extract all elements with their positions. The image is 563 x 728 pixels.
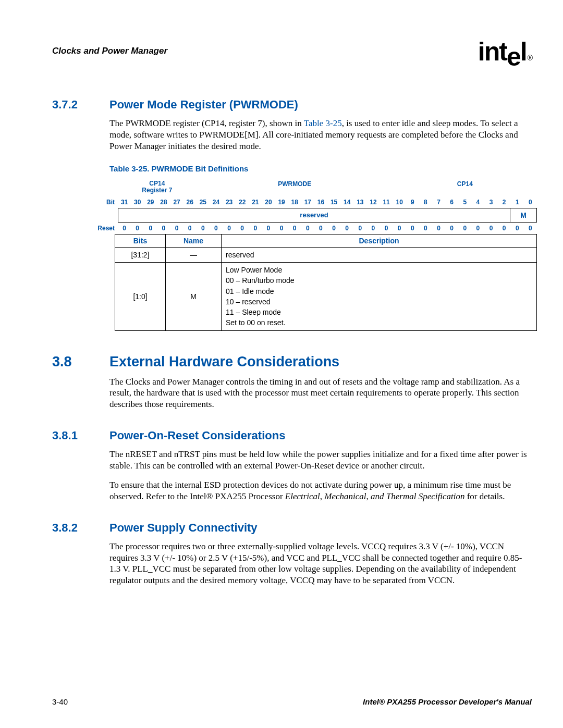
bit-number: 29 — [144, 199, 157, 206]
bit-row-label: Bit — [89, 199, 118, 206]
paragraph: The Clocks and Power Manager controls th… — [109, 376, 532, 410]
reset-value: 0 — [393, 225, 406, 232]
bit-number: 2 — [498, 199, 511, 206]
reset-value: 0 — [118, 225, 131, 232]
registered-mark: ® — [528, 54, 532, 62]
bit-number: 12 — [366, 199, 380, 206]
bit-number: 10 — [393, 199, 406, 206]
bit-number: 5 — [458, 199, 471, 206]
heading-number: 3.7.2 — [52, 98, 109, 112]
cell-name: M — [166, 262, 222, 330]
reg-top-right: CP14 — [393, 180, 537, 194]
reset-value: 0 — [262, 225, 275, 232]
col-name: Name — [166, 234, 222, 247]
col-desc: Description — [222, 234, 537, 247]
bit-number: 3 — [485, 199, 498, 206]
page-header: Clocks and Power Manager intel® — [52, 43, 532, 73]
reset-value: 0 — [445, 225, 458, 232]
heading-3-8-2: 3.8.2 Power Supply Connectivity — [52, 521, 532, 535]
reset-value: 0 — [353, 225, 366, 232]
reset-value: 0 — [340, 225, 353, 232]
bit-description-table: Bits Name Description [31:2]—reserved[1:… — [115, 234, 537, 331]
register-reset-row: Reset 00000000000000000000000000000000 — [89, 225, 537, 232]
bit-number: 16 — [314, 199, 327, 206]
bit-number: 26 — [183, 199, 197, 206]
heading-title: Power Supply Connectivity — [109, 521, 258, 535]
reset-value: 0 — [419, 225, 432, 232]
reset-value: 0 — [275, 225, 288, 232]
bit-number: 1 — [511, 199, 524, 206]
doc-title-italic: Electrical, Mechanical, and Thermal Spec… — [285, 491, 465, 501]
bit-number: 23 — [223, 199, 236, 206]
heading-title: Power-On-Reset Considerations — [109, 429, 285, 442]
link-table-3-25[interactable]: Table 3-25 — [304, 118, 342, 128]
bit-number: 6 — [445, 199, 458, 206]
register-diagram: CP14 Register 7 PWRMODE CP14 Bit 3130292… — [89, 180, 537, 231]
cell-desc: Low Power Mode00 – Run/turbo mode01 – Id… — [222, 262, 537, 330]
table-caption: Table 3-25. PWRMODE Bit Definitions — [109, 164, 532, 173]
heading-title: Power Mode Register (PWRMODE) — [109, 98, 298, 112]
reset-value: 0 — [301, 225, 314, 232]
bit-number: 31 — [118, 199, 131, 206]
bit-number: 11 — [380, 199, 393, 206]
register-header-row: CP14 Register 7 PWRMODE CP14 — [89, 180, 537, 194]
bit-number: 17 — [301, 199, 314, 206]
bit-number: 25 — [197, 199, 210, 206]
paragraph: The processor requires two or three exte… — [109, 541, 532, 586]
bit-number: 20 — [262, 199, 275, 206]
bit-number: 13 — [353, 199, 366, 206]
reset-value: 0 — [432, 225, 445, 232]
cell-name: — — [166, 247, 222, 262]
bit-number: 19 — [275, 199, 288, 206]
field-reserved: reserved — [118, 208, 510, 222]
table-row: [1:0]MLow Power Mode00 – Run/turbo mode0… — [115, 262, 537, 330]
heading-number: 3.8.1 — [52, 429, 109, 442]
heading-3-8: 3.8 External Hardware Considerations — [52, 354, 532, 370]
bit-number: 4 — [471, 199, 484, 206]
bit-number: 18 — [288, 199, 301, 206]
reset-value: 0 — [236, 225, 249, 232]
cell-desc: reserved — [222, 247, 537, 262]
text: for details. — [464, 491, 505, 501]
reset-value: 0 — [223, 225, 236, 232]
reset-value: 0 — [157, 225, 170, 232]
table-row: [31:2]—reserved — [115, 247, 537, 262]
bit-number: 0 — [524, 199, 537, 206]
reset-value: 0 — [288, 225, 301, 232]
reset-value: 0 — [131, 225, 144, 232]
reset-value: 0 — [314, 225, 327, 232]
heading-number: 3.8.2 — [52, 521, 109, 535]
reg-top-mid: PWRMODE — [197, 180, 393, 194]
page-footer: 3-40 Intel® PXA255 Processor Developer's… — [52, 697, 532, 706]
register-bit-numbers: Bit 313029282726252423222120191817161514… — [89, 199, 537, 206]
bit-number: 21 — [249, 199, 262, 206]
paragraph: The PWRMODE register (CP14, register 7),… — [109, 118, 532, 152]
table-header-row: Bits Name Description — [115, 234, 537, 247]
paragraph: The nRESET and nTRST pins must be held l… — [109, 449, 532, 472]
reset-value: 0 — [511, 225, 524, 232]
heading-title: External Hardware Considerations — [109, 354, 339, 370]
bit-number: 8 — [419, 199, 432, 206]
col-bits: Bits — [115, 234, 166, 247]
reset-value: 0 — [498, 225, 511, 232]
cell-bits: [31:2] — [115, 247, 166, 262]
reset-value: 0 — [524, 225, 537, 232]
reset-value: 0 — [458, 225, 471, 232]
header-section-title: Clocks and Power Manager — [52, 46, 167, 56]
bit-number: 15 — [327, 199, 340, 206]
bit-number: 24 — [210, 199, 223, 206]
reset-value: 0 — [144, 225, 157, 232]
bit-number: 28 — [157, 199, 170, 206]
cell-bits: [1:0] — [115, 262, 166, 330]
heading-number: 3.8 — [52, 354, 109, 370]
heading-3-8-1: 3.8.1 Power-On-Reset Considerations — [52, 429, 532, 442]
bit-number: 7 — [432, 199, 445, 206]
manual-title: Intel® PXA255 Processor Developer's Manu… — [363, 697, 532, 706]
bit-number: 9 — [406, 199, 419, 206]
field-m: M — [510, 208, 536, 222]
bit-number: 30 — [131, 199, 144, 206]
register-field-row: x reserved M — [89, 208, 537, 223]
reset-value: 0 — [170, 225, 183, 232]
bit-number: 27 — [170, 199, 183, 206]
text: The PWRMODE register (CP14, register 7),… — [109, 118, 304, 128]
